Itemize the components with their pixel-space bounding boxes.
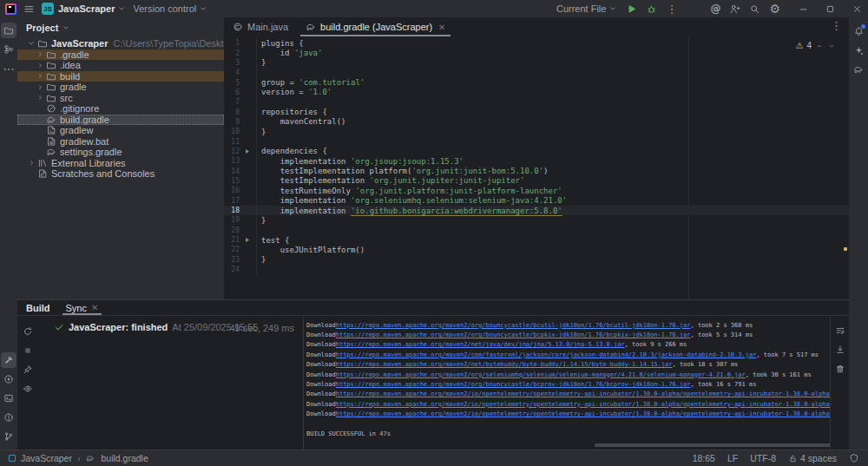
code-line-6[interactable]: 6version = '1.0' bbox=[224, 88, 849, 97]
clear-console-button[interactable] bbox=[832, 361, 848, 377]
line-number[interactable]: 20 bbox=[224, 226, 240, 234]
ai-chat-icon[interactable]: @ bbox=[710, 3, 720, 14]
notifications-button[interactable] bbox=[851, 23, 866, 39]
ide-logo[interactable] bbox=[5, 3, 16, 15]
chevron-right-icon[interactable] bbox=[26, 159, 36, 167]
chevron-right-icon[interactable] bbox=[35, 50, 45, 58]
line-number[interactable]: 8 bbox=[224, 108, 240, 116]
terminal-tool-button[interactable] bbox=[1, 391, 16, 406]
tree-item-external-libraries[interactable]: External Libraries bbox=[17, 158, 224, 169]
line-number[interactable]: 4 bbox=[224, 69, 240, 76]
problems-tool-button[interactable] bbox=[1, 410, 16, 425]
services-tool-button[interactable] bbox=[1, 371, 16, 387]
project-tool-button[interactable] bbox=[1, 23, 16, 38]
code-line-3[interactable]: 3} bbox=[224, 58, 849, 68]
download-url-link[interactable]: https://repo.maven.apache.org/maven2/com… bbox=[336, 351, 757, 358]
code-line-4[interactable]: 4 bbox=[224, 68, 849, 77]
tree-item-scratches-and-consoles[interactable]: Scratches and Consoles bbox=[17, 168, 224, 180]
scroll-to-end-button[interactable] bbox=[832, 342, 848, 358]
chevron-right-icon[interactable] bbox=[35, 62, 45, 69]
console-horizontal-scrollbar[interactable] bbox=[595, 443, 830, 447]
tree-item-src[interactable]: src bbox=[17, 93, 224, 104]
tab-build-gradle[interactable]: build.gradle (JavaScraper) ✕ bbox=[297, 17, 454, 36]
gradle-tool-button[interactable] bbox=[851, 62, 866, 77]
tree-item--gradle[interactable]: .gradle bbox=[17, 49, 224, 61]
chevron-down-icon[interactable] bbox=[26, 39, 36, 48]
code-line-5[interactable]: 5group = 'com.tutorial' bbox=[224, 77, 849, 87]
indent-widget[interactable]: 4 spaces bbox=[788, 453, 837, 463]
code-line-12[interactable]: 12dependencies { bbox=[224, 147, 849, 156]
debug-button[interactable] bbox=[646, 3, 657, 15]
code-line-2[interactable]: 2 id 'java' bbox=[224, 48, 849, 57]
run-config-widget[interactable]: Current File bbox=[556, 3, 617, 14]
code-editor[interactable]: 1plugins {2 id 'java'3}45group = 'com.tu… bbox=[224, 36, 849, 299]
chevron-right-icon[interactable] bbox=[35, 72, 45, 80]
window-close-button[interactable] bbox=[852, 3, 863, 15]
code-line-1[interactable]: 1plugins { bbox=[224, 38, 849, 48]
tree-item-gradlew-bat[interactable]: gradlew.bat bbox=[17, 136, 224, 148]
line-number[interactable]: 2 bbox=[224, 49, 240, 57]
more-actions-icon[interactable]: ⋮ bbox=[666, 3, 677, 15]
breadcrumb-file[interactable]: build.gradle bbox=[101, 453, 148, 463]
code-line-8[interactable]: 8repositories { bbox=[224, 107, 849, 116]
line-number[interactable]: 13 bbox=[224, 157, 240, 165]
project-widget[interactable]: JavaScraper bbox=[58, 3, 126, 14]
download-url-link[interactable]: https://repo.maven.apache.org/maven2/org… bbox=[336, 331, 691, 338]
tab-options-icon[interactable]: ⋮ bbox=[831, 20, 842, 31]
prev-problem-icon[interactable] bbox=[816, 42, 824, 49]
download-url-link[interactable]: https://repo.maven.apache.org/maven2/org… bbox=[336, 381, 691, 388]
download-url-link[interactable]: https://repo.maven.apache.org/maven2/io/… bbox=[336, 391, 830, 397]
code-line-10[interactable]: 10} bbox=[224, 127, 849, 136]
line-number[interactable]: 16 bbox=[224, 187, 240, 194]
search-everywhere-icon[interactable] bbox=[749, 3, 760, 15]
line-number[interactable]: 24 bbox=[224, 266, 240, 273]
code-line-17[interactable]: 17 implementation 'org.seleniumhq.seleni… bbox=[224, 196, 849, 206]
download-url-link[interactable]: https://repo.maven.apache.org/maven2/io/… bbox=[336, 410, 830, 417]
line-number[interactable]: 6 bbox=[224, 89, 240, 96]
tree-item-gradlew[interactable]: gradlew bbox=[17, 125, 224, 136]
run-gutter-icon[interactable] bbox=[240, 236, 253, 244]
code-line-23[interactable]: 23} bbox=[224, 255, 849, 265]
vcs-widget[interactable]: Version control bbox=[133, 3, 207, 14]
code-line-9[interactable]: 9 mavenCentral() bbox=[224, 117, 849, 127]
line-number[interactable]: 19 bbox=[224, 216, 240, 224]
project-panel-header[interactable]: Project bbox=[17, 17, 224, 38]
line-number[interactable]: 23 bbox=[224, 256, 240, 264]
more-tool-windows-button[interactable]: ⋯ bbox=[1, 61, 16, 76]
encoding-widget[interactable]: UTF-8 bbox=[750, 453, 776, 463]
pin-button[interactable] bbox=[20, 362, 36, 377]
settings-icon[interactable]: ⚙ bbox=[769, 3, 780, 15]
code-line-20[interactable]: 20 bbox=[224, 226, 849, 235]
tree-item-build[interactable]: build bbox=[17, 71, 224, 82]
line-number[interactable]: 10 bbox=[224, 128, 240, 135]
tree-item-gradle[interactable]: gradle bbox=[17, 82, 224, 93]
line-number[interactable]: 21 bbox=[224, 236, 240, 244]
view-options-button[interactable] bbox=[20, 381, 36, 397]
line-number[interactable]: 17 bbox=[224, 197, 240, 205]
ai-assistant-button[interactable] bbox=[851, 43, 866, 58]
line-number[interactable]: 9 bbox=[224, 118, 240, 126]
line-number[interactable]: 15 bbox=[224, 177, 240, 185]
download-url-link[interactable]: https://repo.maven.apache.org/maven2/org… bbox=[336, 371, 746, 378]
line-number[interactable]: 18 bbox=[224, 207, 240, 214]
code-line-24[interactable]: 24 bbox=[224, 265, 849, 274]
tree-item-javascraper[interactable]: JavaScraperC:\Users\TypeTopia\Desktop\Ja… bbox=[17, 38, 224, 49]
download-url-link[interactable]: https://repo.maven.apache.org/maven2/net… bbox=[336, 361, 673, 368]
code-line-7[interactable]: 7 bbox=[224, 97, 849, 107]
tree-item--idea[interactable]: .idea bbox=[17, 60, 224, 71]
line-separator-widget[interactable]: LF bbox=[727, 453, 738, 463]
code-line-11[interactable]: 11 bbox=[224, 136, 849, 146]
breadcrumb-project[interactable]: JavaScraper bbox=[21, 453, 72, 463]
main-menu-icon[interactable] bbox=[23, 3, 35, 15]
chevron-right-icon[interactable] bbox=[35, 94, 45, 102]
tree-item-settings-gradle[interactable]: settings.gradle bbox=[17, 147, 224, 158]
download-url-link[interactable]: https://repo.maven.apache.org/maven2/net… bbox=[336, 341, 625, 348]
code-line-13[interactable]: 13 implementation 'org.jsoup:jsoup:1.15.… bbox=[224, 156, 849, 166]
caret-position-widget[interactable]: 18:65 bbox=[693, 453, 715, 463]
code-line-19[interactable]: 19} bbox=[224, 215, 849, 225]
tab-main-java[interactable]: Main.java bbox=[224, 17, 297, 36]
line-number[interactable]: 14 bbox=[224, 167, 240, 175]
window-minimize-button[interactable] bbox=[798, 3, 809, 15]
error-stripe-warning-mark[interactable] bbox=[844, 247, 847, 251]
tree-item--gitignore[interactable]: .gitignore bbox=[17, 103, 224, 115]
